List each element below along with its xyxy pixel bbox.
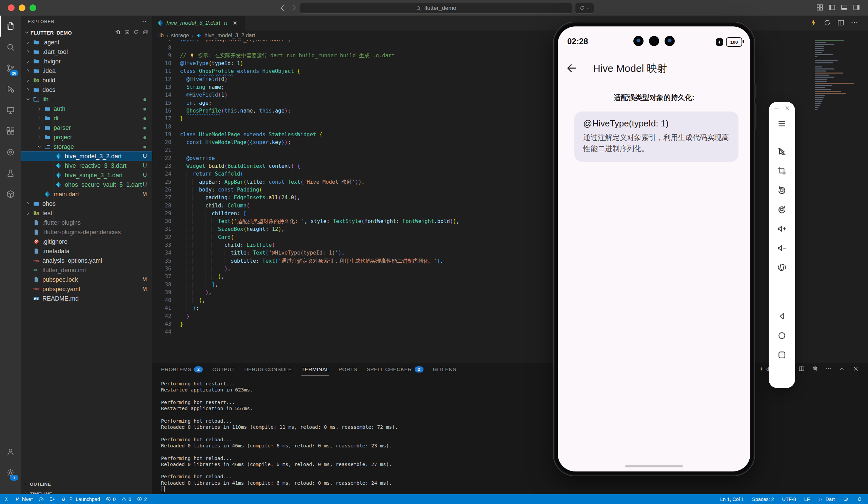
- tree-item--gitignore[interactable]: .gitignore: [21, 237, 152, 246]
- breadcrumb-lib[interactable]: lib: [158, 33, 164, 39]
- nav-recents-button[interactable]: [776, 349, 788, 361]
- activity-remote-explorer[interactable]: [0, 99, 21, 120]
- panel-left-button[interactable]: [828, 3, 836, 13]
- status-notifications[interactable]: [857, 496, 862, 502]
- activity-devtools[interactable]: [0, 142, 21, 163]
- rotate-ccw-button[interactable]: [776, 185, 788, 196]
- status-indentation[interactable]: Spaces: 2: [752, 496, 774, 502]
- timeline-section[interactable]: TIMELINE: [21, 489, 152, 494]
- breadcrumb-file[interactable]: hive_model_3_2.dart: [205, 33, 255, 39]
- tree-item--flutter-plugins[interactable]: .flutter-plugins: [21, 218, 152, 228]
- activity-account[interactable]: [0, 441, 21, 462]
- activity-extensions[interactable]: [0, 120, 21, 142]
- tree-item--dart-tool[interactable]: .dart_tool: [21, 47, 152, 56]
- activity-testing[interactable]: [0, 163, 21, 184]
- command-center-search[interactable]: flutter_demo: [300, 3, 572, 13]
- status-remote-indicator[interactable]: [3, 496, 9, 502]
- split-editor-button[interactable]: [837, 19, 845, 28]
- phone-card[interactable]: @HiveType(typeId: 1) 通过注解定义对象索引，利用生成代码实现…: [575, 112, 738, 162]
- close-window-button[interactable]: [8, 4, 14, 11]
- project-root-row[interactable]: FLUTTER_DEMO: [21, 28, 152, 38]
- minimize-button[interactable]: [773, 105, 779, 113]
- tree-item-docs[interactable]: docs: [21, 85, 152, 95]
- tree-item-project[interactable]: project: [21, 133, 152, 142]
- rotate-cw-button[interactable]: [776, 204, 788, 215]
- tree-item-hive-model-3-2-dart[interactable]: hive_model_3_2.dartU: [21, 151, 152, 161]
- more-actions-icon[interactable]: [141, 19, 147, 25]
- minimize-window-button[interactable]: [19, 4, 25, 11]
- tree-item--flutter-plugins-dependencies[interactable]: .flutter-plugins-dependencies: [21, 228, 152, 237]
- tree-item--agent[interactable]: .agent: [21, 38, 152, 47]
- tree-item--hvigor[interactable]: .hvigor: [21, 56, 152, 66]
- activity-package[interactable]: [0, 184, 21, 205]
- panel-tab-problems[interactable]: PROBLEMS2: [161, 363, 203, 376]
- tree-item--idea[interactable]: .idea: [21, 66, 152, 76]
- breadcrumb[interactable]: lib › storage › hive_model_3_2.dart: [152, 31, 868, 40]
- trash-button[interactable]: [812, 365, 818, 374]
- tree-item-analysis-options-yaml[interactable]: YAMLanalysis_options.yaml: [21, 256, 152, 265]
- panel-right-button[interactable]: [852, 3, 860, 13]
- activity-explorer[interactable]: [0, 15, 21, 36]
- tree-item-lib[interactable]: lib: [21, 95, 152, 104]
- terminal-output[interactable]: Performing hot restart...Restarted appli…: [161, 381, 868, 493]
- more-button[interactable]: [850, 19, 858, 28]
- panel-tab-gitlens[interactable]: GITLENS: [433, 363, 456, 376]
- code-editor[interactable]: 6import 'package:flutter/material.dart';…: [152, 31, 868, 363]
- restart-button[interactable]: [823, 19, 831, 28]
- tree-item-flutter-demo-iml[interactable]: </>flutter_demo.iml: [21, 265, 152, 275]
- menu-button[interactable]: [776, 118, 788, 129]
- layout-grid-button[interactable]: [816, 3, 824, 13]
- close-button[interactable]: [784, 105, 790, 113]
- more-button[interactable]: [825, 365, 832, 374]
- nav-home-button[interactable]: [776, 330, 788, 341]
- status-eol[interactable]: LF: [804, 496, 810, 502]
- tree-item-readme-md[interactable]: README.md: [21, 294, 152, 303]
- tree-item-di[interactable]: di: [21, 114, 152, 123]
- new-folder-button[interactable]: [124, 29, 130, 36]
- status-publish[interactable]: [38, 496, 44, 502]
- activity-search[interactable]: [0, 36, 21, 57]
- volume-down-button[interactable]: [776, 242, 788, 254]
- back-arrow-icon[interactable]: [566, 62, 577, 74]
- tree-item-storage[interactable]: storage: [21, 142, 152, 151]
- breadcrumb-storage[interactable]: storage: [171, 33, 189, 39]
- crop-button[interactable]: [776, 165, 788, 177]
- tree-item-main-dart[interactable]: main.dartM: [21, 189, 152, 199]
- close-button[interactable]: [852, 365, 859, 374]
- status-warnings[interactable]: 0: [121, 496, 131, 502]
- collapse-all-button[interactable]: [142, 29, 148, 36]
- tree-item-pubspec-lock[interactable]: pubspec.lockM: [21, 275, 152, 284]
- minimap[interactable]: [815, 34, 862, 113]
- pointer-off-button[interactable]: [776, 146, 788, 157]
- split-editor-button[interactable]: [798, 365, 805, 374]
- panel-tab-spell-checker[interactable]: SPELL CHECKER2: [367, 363, 423, 376]
- status-encoding[interactable]: UTF-8: [782, 496, 796, 502]
- phone-screen[interactable]: 02:28 100 Hive Model 映射 适配强类型对象的持久化:: [558, 27, 750, 471]
- tab-hive-model[interactable]: hive_model_3_2.dart U: [152, 15, 245, 31]
- tree-item-parser[interactable]: parser: [21, 123, 152, 133]
- outline-section[interactable]: OUTLINE: [21, 479, 152, 489]
- tree-item-ohos-secure-vault-5-1-dart[interactable]: ohos_secure_vault_5_1.dartU: [21, 180, 152, 189]
- panel-tab-debug-console[interactable]: DEBUG CONSOLE: [244, 363, 292, 376]
- tree-item-pubspec-yaml[interactable]: YAMLpubspec.yamlM: [21, 284, 152, 294]
- panel-bottom-button[interactable]: [840, 3, 848, 13]
- panel-tab-output[interactable]: OUTPUT: [212, 363, 235, 376]
- reload-button[interactable]: [575, 3, 594, 13]
- status-infos[interactable]: 2: [137, 496, 147, 502]
- nav-back-button[interactable]: [776, 311, 788, 322]
- hot-reload-button[interactable]: [810, 19, 818, 28]
- status-launchpad[interactable]: Launchpad: [61, 496, 100, 502]
- zoom-window-button[interactable]: [30, 4, 36, 11]
- status-cursor-position[interactable]: Ln 1, Col 1: [720, 496, 744, 502]
- volume-up-button[interactable]: [776, 223, 788, 234]
- tree-item-hive-reactive-3-3-dart[interactable]: hive_reactive_3_3.dartU: [21, 161, 152, 170]
- nav-forward-button[interactable]: [290, 3, 298, 12]
- status-git-graph[interactable]: [50, 496, 55, 502]
- tree-item-ohos[interactable]: ohos: [21, 199, 152, 208]
- panel-tab-ports[interactable]: PORTS: [338, 363, 357, 376]
- activity-settings[interactable]: 1: [0, 462, 21, 483]
- nav-back-button[interactable]: [278, 3, 287, 12]
- chevron-up-button[interactable]: [839, 365, 846, 374]
- tree-item-test[interactable]: test: [21, 208, 152, 218]
- status-language-mode[interactable]: { }Dart: [818, 496, 835, 502]
